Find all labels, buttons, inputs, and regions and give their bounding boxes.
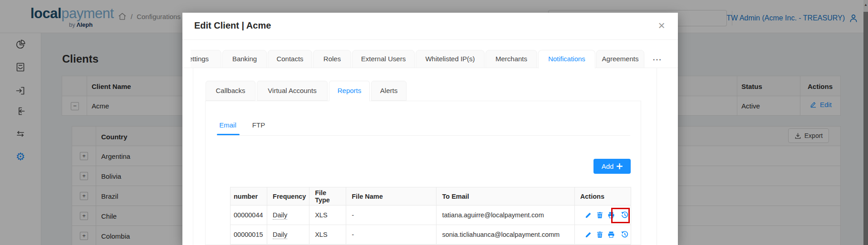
close-icon[interactable]: ×: [654, 18, 669, 33]
subtab-virtual-accounts[interactable]: Virtual Accounts: [257, 81, 328, 101]
col-frequency: Frequency: [267, 187, 309, 206]
channel-tabs-divider: [217, 135, 630, 136]
subtab-reports[interactable]: Reports: [329, 81, 370, 101]
edit-client-modal: Edit Client | Acme × Settings Banking Co…: [182, 13, 678, 245]
report-actions: [574, 225, 631, 245]
active-tab-underline: [217, 134, 240, 135]
report-number: 00000015: [230, 225, 267, 245]
col-file-name: File Name: [346, 187, 436, 206]
col-number: number: [230, 187, 267, 206]
notifications-subtab-bar: Callbacks Virtual Accounts Reports Alert…: [206, 81, 407, 101]
history-restore-icon[interactable]: [621, 231, 628, 238]
modal-header: Edit Client | Acme ×: [182, 13, 678, 40]
edit-pencil-icon[interactable]: [585, 231, 592, 238]
report-file-name: -: [346, 225, 436, 245]
report-frequency: Daily: [267, 225, 309, 245]
report-to-email: sonia.ticliahuanca@localpayment.comm: [436, 225, 574, 245]
delete-trash-icon[interactable]: [596, 231, 603, 238]
subtab-alerts[interactable]: Alerts: [371, 81, 407, 101]
table-row: 00000015 Daily XLS - sonia.ticliahuanca@…: [230, 225, 631, 245]
tab-banking[interactable]: Banking: [222, 50, 267, 68]
add-button[interactable]: Add: [593, 159, 631, 174]
delete-trash-icon[interactable]: [596, 211, 603, 219]
edit-pencil-icon[interactable]: [585, 211, 592, 219]
plus-icon: [617, 163, 623, 169]
tab-merchants[interactable]: Merchants: [485, 50, 537, 68]
modal-tab-bar: Settings Banking Contacts Roles External…: [191, 50, 663, 69]
report-to-email: tatiana.aguirre@localpayment.com: [436, 206, 574, 225]
tab-whitelisted-ips[interactable]: Whitelisted IP(s): [416, 50, 485, 68]
tab-notifications[interactable]: Notifications: [538, 50, 595, 69]
tab-settings[interactable]: Settings: [191, 50, 221, 68]
tab-agreements[interactable]: Agreements: [596, 50, 644, 68]
email-reports-table: number Frequency File Type File Name To …: [230, 187, 631, 245]
col-to-email: To Email: [436, 187, 574, 206]
report-file-type: XLS: [309, 225, 346, 245]
more-tabs-icon[interactable]: ⋯: [650, 53, 664, 66]
report-file-name: -: [346, 206, 436, 225]
col-actions: Actions: [574, 187, 631, 206]
tab-email[interactable]: Email: [218, 116, 238, 133]
table-header-row: number Frequency File Type File Name To …: [230, 187, 631, 206]
report-file-type: XLS: [309, 206, 346, 225]
print-icon[interactable]: [608, 231, 615, 238]
modal-title: Edit Client | Acme: [194, 20, 271, 31]
col-file-type: File Type: [309, 187, 346, 206]
tab-roles[interactable]: Roles: [313, 50, 351, 68]
tab-contacts[interactable]: Contacts: [268, 50, 312, 68]
tab-external-users[interactable]: External Users: [352, 50, 415, 68]
report-frequency: Daily: [267, 206, 309, 225]
table-row: 00000044 Daily XLS - tatiana.aguirre@loc…: [230, 206, 631, 225]
report-number: 00000044: [230, 206, 267, 225]
annotation-highlight-box: [611, 208, 630, 223]
tab-ftp[interactable]: FTP: [249, 116, 269, 133]
subtab-callbacks[interactable]: Callbacks: [206, 81, 255, 101]
